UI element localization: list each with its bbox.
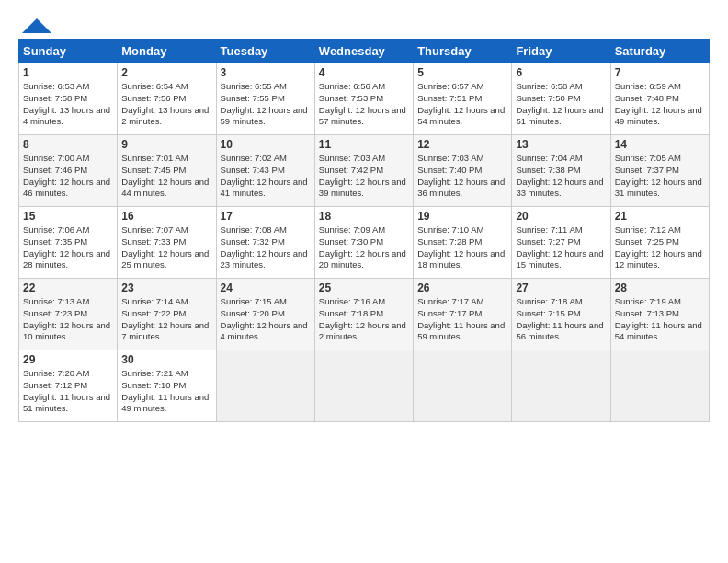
cell-content: Sunrise: 7:17 AMSunset: 7:17 PMDaylight:… [417, 296, 507, 343]
cell-content: Sunrise: 7:00 AMSunset: 7:46 PMDaylight:… [23, 153, 113, 200]
cell-content: Sunrise: 7:06 AMSunset: 7:35 PMDaylight:… [23, 224, 113, 271]
day-number: 1 [23, 66, 113, 79]
week-row-3: 8Sunrise: 7:00 AMSunset: 7:46 PMDaylight… [19, 135, 710, 207]
cell-content: Sunrise: 7:19 AMSunset: 7:13 PMDaylight:… [615, 296, 705, 343]
calendar-cell: 5Sunrise: 6:57 AMSunset: 7:51 PMDaylight… [414, 63, 512, 135]
days-header-row: SundayMondayTuesdayWednesdayThursdayFrid… [19, 40, 710, 63]
cell-content: Sunrise: 7:05 AMSunset: 7:37 PMDaylight:… [615, 153, 705, 200]
calendar-cell: 22Sunrise: 7:13 AMSunset: 7:23 PMDayligh… [19, 279, 118, 350]
day-number: 25 [319, 282, 409, 294]
day-number: 21 [615, 210, 705, 223]
svg-marker-0 [22, 18, 51, 33]
calendar-cell: 29Sunrise: 7:20 AMSunset: 7:12 PMDayligh… [19, 350, 118, 422]
calendar-cell: 27Sunrise: 7:18 AMSunset: 7:15 PMDayligh… [512, 279, 610, 350]
calendar-cell: 23Sunrise: 7:14 AMSunset: 7:22 PMDayligh… [118, 279, 216, 350]
calendar-cell: 10Sunrise: 7:02 AMSunset: 7:43 PMDayligh… [216, 135, 314, 207]
day-number: 15 [23, 210, 113, 223]
calendar-cell: 30Sunrise: 7:21 AMSunset: 7:10 PMDayligh… [118, 350, 216, 422]
cell-content: Sunrise: 7:14 AMSunset: 7:22 PMDaylight:… [121, 296, 211, 343]
day-number: 9 [121, 138, 211, 151]
cell-content: Sunrise: 6:53 AMSunset: 7:58 PMDaylight:… [23, 81, 113, 128]
logo [18, 17, 53, 29]
calendar-cell [314, 350, 413, 422]
cell-content: Sunrise: 7:18 AMSunset: 7:15 PMDaylight:… [516, 296, 606, 343]
day-number: 16 [121, 210, 211, 223]
cell-content: Sunrise: 7:09 AMSunset: 7:30 PMDaylight:… [319, 224, 409, 271]
cell-content: Sunrise: 7:21 AMSunset: 7:10 PMDaylight:… [121, 368, 211, 415]
calendar-cell [216, 350, 314, 422]
day-number: 24 [221, 282, 311, 294]
cell-content: Sunrise: 6:59 AMSunset: 7:48 PMDaylight:… [615, 81, 705, 128]
cell-content: Sunrise: 6:58 AMSunset: 7:50 PMDaylight:… [516, 81, 606, 128]
day-number: 14 [615, 138, 705, 151]
cell-content: Sunrise: 7:11 AMSunset: 7:27 PMDaylight:… [516, 224, 606, 271]
day-header-friday: Friday [512, 40, 610, 63]
calendar-cell: 2Sunrise: 6:54 AMSunset: 7:56 PMDaylight… [118, 63, 216, 135]
cell-content: Sunrise: 7:02 AMSunset: 7:43 PMDaylight:… [221, 153, 311, 200]
cell-content: Sunrise: 6:54 AMSunset: 7:56 PMDaylight:… [121, 81, 211, 128]
cell-content: Sunrise: 7:15 AMSunset: 7:20 PMDaylight:… [221, 296, 311, 343]
day-header-sunday: Sunday [19, 40, 118, 63]
calendar-cell: 20Sunrise: 7:11 AMSunset: 7:27 PMDayligh… [512, 207, 610, 279]
header [18, 17, 710, 29]
cell-content: Sunrise: 7:13 AMSunset: 7:23 PMDaylight:… [23, 296, 113, 343]
cell-content: Sunrise: 7:08 AMSunset: 7:32 PMDaylight:… [221, 224, 311, 271]
calendar-cell: 11Sunrise: 7:03 AMSunset: 7:42 PMDayligh… [314, 135, 413, 207]
calendar-cell: 13Sunrise: 7:04 AMSunset: 7:38 PMDayligh… [512, 135, 610, 207]
day-header-tuesday: Tuesday [216, 40, 314, 63]
week-row-6: 29Sunrise: 7:20 AMSunset: 7:12 PMDayligh… [19, 350, 710, 422]
cell-content: Sunrise: 7:03 AMSunset: 7:40 PMDaylight:… [417, 153, 507, 200]
calendar-cell: 14Sunrise: 7:05 AMSunset: 7:37 PMDayligh… [610, 135, 709, 207]
calendar-cell: 18Sunrise: 7:09 AMSunset: 7:30 PMDayligh… [314, 207, 413, 279]
cell-content: Sunrise: 7:10 AMSunset: 7:28 PMDaylight:… [417, 224, 507, 271]
calendar-cell: 1Sunrise: 6:53 AMSunset: 7:58 PMDaylight… [19, 63, 118, 135]
week-row-5: 22Sunrise: 7:13 AMSunset: 7:23 PMDayligh… [19, 279, 710, 350]
day-number: 28 [615, 282, 705, 294]
cell-content: Sunrise: 7:07 AMSunset: 7:33 PMDaylight:… [121, 224, 211, 271]
cell-content: Sunrise: 6:57 AMSunset: 7:51 PMDaylight:… [417, 81, 507, 128]
day-number: 26 [417, 282, 507, 294]
day-header-monday: Monday [118, 40, 216, 63]
calendar-cell: 21Sunrise: 7:12 AMSunset: 7:25 PMDayligh… [610, 207, 709, 279]
day-number: 22 [23, 282, 113, 294]
calendar-cell: 7Sunrise: 6:59 AMSunset: 7:48 PMDaylight… [610, 63, 709, 135]
cell-content: Sunrise: 7:16 AMSunset: 7:18 PMDaylight:… [319, 296, 409, 343]
week-row-2: 1Sunrise: 6:53 AMSunset: 7:58 PMDaylight… [19, 63, 710, 135]
day-number: 11 [319, 138, 409, 151]
day-number: 30 [121, 353, 211, 366]
week-row-4: 15Sunrise: 7:06 AMSunset: 7:35 PMDayligh… [19, 207, 710, 279]
day-number: 29 [23, 353, 113, 366]
day-header-saturday: Saturday [610, 40, 709, 63]
calendar-cell [512, 350, 610, 422]
calendar-cell: 3Sunrise: 6:55 AMSunset: 7:55 PMDaylight… [216, 63, 314, 135]
calendar-cell: 28Sunrise: 7:19 AMSunset: 7:13 PMDayligh… [610, 279, 709, 350]
cell-content: Sunrise: 7:01 AMSunset: 7:45 PMDaylight:… [121, 153, 211, 200]
day-number: 12 [417, 138, 507, 151]
calendar-cell: 17Sunrise: 7:08 AMSunset: 7:32 PMDayligh… [216, 207, 314, 279]
calendar-cell: 6Sunrise: 6:58 AMSunset: 7:50 PMDaylight… [512, 63, 610, 135]
day-number: 8 [23, 138, 113, 151]
day-number: 7 [615, 66, 705, 79]
cell-content: Sunrise: 7:12 AMSunset: 7:25 PMDaylight:… [615, 224, 705, 271]
calendar-cell: 25Sunrise: 7:16 AMSunset: 7:18 PMDayligh… [314, 279, 413, 350]
calendar-cell: 4Sunrise: 6:56 AMSunset: 7:53 PMDaylight… [314, 63, 413, 135]
calendar-cell: 15Sunrise: 7:06 AMSunset: 7:35 PMDayligh… [19, 207, 118, 279]
day-number: 13 [516, 138, 606, 151]
calendar-cell: 8Sunrise: 7:00 AMSunset: 7:46 PMDaylight… [19, 135, 118, 207]
calendar-page: SundayMondayTuesdayWednesdayThursdayFrid… [0, 0, 728, 563]
day-number: 10 [221, 138, 311, 151]
day-number: 3 [221, 66, 311, 79]
calendar-cell: 24Sunrise: 7:15 AMSunset: 7:20 PMDayligh… [216, 279, 314, 350]
calendar-cell: 16Sunrise: 7:07 AMSunset: 7:33 PMDayligh… [118, 207, 216, 279]
day-header-thursday: Thursday [414, 40, 512, 63]
day-number: 23 [121, 282, 211, 294]
day-header-wednesday: Wednesday [314, 40, 413, 63]
day-number: 2 [121, 66, 211, 79]
calendar-cell: 26Sunrise: 7:17 AMSunset: 7:17 PMDayligh… [414, 279, 512, 350]
calendar-cell: 12Sunrise: 7:03 AMSunset: 7:40 PMDayligh… [414, 135, 512, 207]
day-number: 4 [319, 66, 409, 79]
cell-content: Sunrise: 7:04 AMSunset: 7:38 PMDaylight:… [516, 153, 606, 200]
cell-content: Sunrise: 7:20 AMSunset: 7:12 PMDaylight:… [23, 368, 113, 415]
day-number: 27 [516, 282, 606, 294]
calendar-table: SundayMondayTuesdayWednesdayThursdayFrid… [18, 39, 710, 422]
